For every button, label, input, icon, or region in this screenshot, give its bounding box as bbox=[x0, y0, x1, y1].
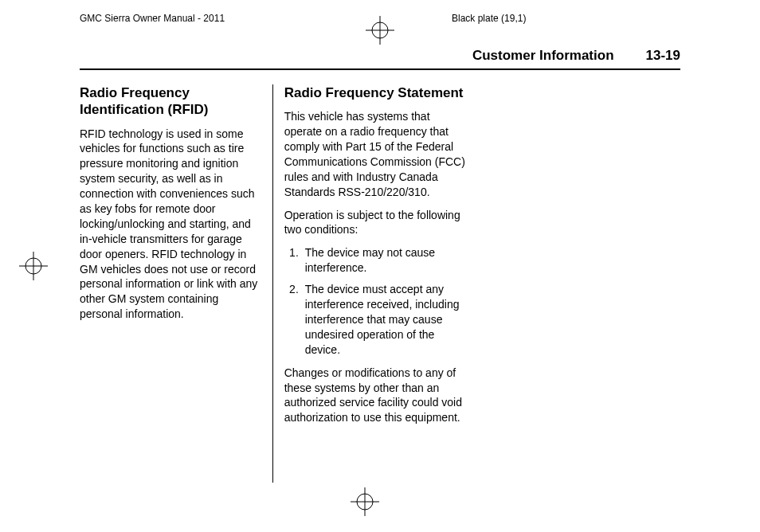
rfid-heading: Radio Frequency Identification (RFID) bbox=[80, 84, 261, 119]
rf-condition-2: The device must accept any interference … bbox=[302, 282, 466, 357]
print-header-left: GMC Sierra Owner Manual - 2011 bbox=[80, 13, 308, 24]
section-name: Customer Information bbox=[472, 48, 614, 64]
column-2: Radio Frequency Statement This vehicle h… bbox=[272, 84, 477, 483]
rf-conditions-list: The device may not cause interference. T… bbox=[284, 245, 466, 357]
rf-statement-para-2: Operation is subject to the following tw… bbox=[284, 208, 466, 238]
columns: Radio Frequency Identification (RFID) RF… bbox=[80, 84, 680, 483]
column-1: Radio Frequency Identification (RFID) RF… bbox=[80, 84, 272, 483]
registration-mark-top-icon bbox=[366, 16, 394, 45]
page-number: 13-19 bbox=[646, 48, 680, 64]
rf-statement-para-1: This vehicle has systems that operate on… bbox=[284, 109, 466, 199]
rf-statement-para-3: Changes or modifications to any of these… bbox=[284, 366, 466, 426]
page-content: Customer Information 13-19 Radio Frequen… bbox=[0, 24, 760, 483]
registration-mark-bottom-icon bbox=[351, 487, 379, 516]
page-header-rule: Customer Information 13-19 bbox=[80, 48, 680, 70]
registration-mark-left-icon bbox=[19, 252, 48, 280]
print-header-right: Black plate (19,1) bbox=[308, 13, 680, 24]
rfid-paragraph: RFID technology is used in some vehicles… bbox=[80, 127, 261, 323]
rf-condition-1: The device may not cause interference. bbox=[302, 245, 466, 276]
rf-statement-heading: Radio Frequency Statement bbox=[284, 84, 466, 101]
column-3 bbox=[476, 84, 680, 483]
